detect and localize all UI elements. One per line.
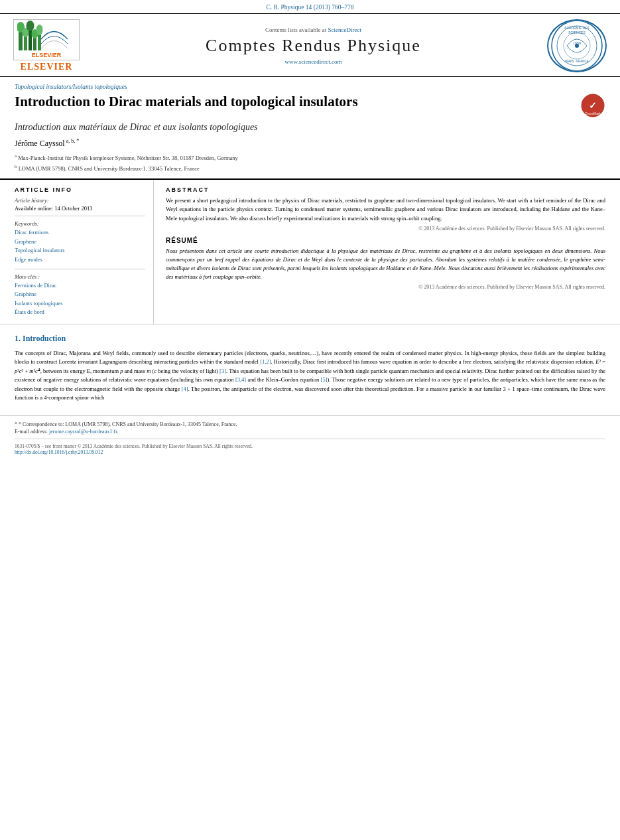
aff-sup-a: a: [15, 153, 17, 159]
svg-point-19: [575, 44, 579, 48]
footer-divider: [15, 439, 605, 439]
aff-text-b: LOMA (UMR 5798), CNRS and University Bor…: [19, 165, 200, 171]
kw-3[interactable]: Topological insulators: [15, 246, 145, 255]
mc-3[interactable]: Isolants topologiques: [15, 299, 145, 309]
ref-4[interactable]: [4]: [182, 385, 188, 392]
elsevier-text-label: ELSEVIER: [21, 62, 73, 72]
resume-text: Nous présentons dans cet article une cou…: [166, 247, 605, 282]
section-label: Topological insulators/Isolants topologi…: [15, 84, 605, 90]
article-title-row: Introduction to Dirac materials and topo…: [15, 93, 605, 118]
mots-cles-label: Mots-clés :: [15, 273, 145, 280]
article-section: Topological insulators/Isolants topologi…: [0, 77, 620, 180]
article-info-heading: ARTICLE INFO: [15, 186, 145, 193]
svg-text:✓: ✓: [589, 100, 597, 111]
academy-logo: ACADÉMIE DES SCIENCES PARIS · FRANCE 166…: [547, 19, 607, 72]
ref-1-2[interactable]: [1,2]: [260, 358, 271, 365]
page-footer: * * Correspondence to: LOMA (UMR 5798), …: [0, 415, 620, 459]
crossmark-icon: ✓ CrossMark: [581, 94, 605, 117]
elsevier-tree-icon: ELSEVIER: [17, 21, 76, 59]
article-title: Introduction to Dirac materials and topo…: [15, 93, 358, 110]
mc-4[interactable]: États de bord: [15, 308, 145, 317]
academy-emblem-icon: ACADÉMIE DES SCIENCES PARIS · FRANCE 166…: [550, 19, 603, 72]
email-link[interactable]: jerome.cayssol@u-bordeaux1.fr: [49, 429, 117, 435]
keywords-label: Keywords:: [15, 220, 145, 227]
footer-license: 1631-0705/$ – see front matter © 2013 Ac…: [15, 443, 605, 449]
elsevier-logo: ELSEVIER ELSEVIER: [13, 19, 80, 72]
resume-heading: RÉSUMÉ: [166, 237, 605, 244]
correspondence-note: * * Correspondence to: LOMA (UMR 5798), …: [15, 421, 605, 427]
crossmark[interactable]: ✓ CrossMark: [580, 93, 605, 118]
article-subtitle: Introduction aux matériaux de Dirac et a…: [15, 122, 605, 133]
journal-header: ELSEVIER ELSEVIER Contents lists availab…: [0, 13, 620, 77]
journal-title: Comptes Rendus Physique: [80, 36, 547, 56]
kw-2[interactable]: Graphene: [15, 238, 145, 247]
two-col-section: ARTICLE INFO Article history: Available …: [0, 180, 620, 324]
resume-copyright: © 2013 Académie des sciences. Published …: [166, 284, 605, 290]
main-content: 1. Introduction The concepts of Dirac, M…: [0, 324, 620, 409]
affiliation-b: b LOMA (UMR 5798), CNRS and University B…: [15, 163, 605, 173]
affiliations: a Max-Planck-Institut für Physik komplex…: [15, 153, 605, 173]
svg-text:ACADÉMIE DES: ACADÉMIE DES: [564, 26, 589, 30]
doi-link[interactable]: http://dx.doi.org/10.1016/j.crhy.2013.09…: [15, 449, 103, 455]
ref-3[interactable]: [3]: [219, 368, 226, 374]
svg-point-9: [36, 25, 43, 35]
abstract-copyright: © 2013 Académie des sciences. Published …: [166, 226, 605, 232]
journal-url[interactable]: www.sciencedirect.com: [80, 58, 547, 65]
section-1-text: The concepts of Dirac, Majorana and Weyl…: [15, 349, 605, 403]
authors: Jérôme Cayssol a, b, *: [15, 138, 605, 149]
divider-1: [15, 216, 145, 216]
abstract-text: We present a short pedagogical introduct…: [166, 196, 605, 223]
history-label: Article history:: [15, 197, 145, 204]
email-note: E-mail address: jerome.cayssol@u-bordeau…: [15, 429, 605, 435]
section-1-heading: 1. Introduction: [15, 334, 605, 344]
keywords-list: Dirac fermions Graphene Topological insu…: [15, 228, 145, 264]
author-name: Jérôme Cayssol: [15, 139, 65, 148]
abstract-column: ABSTRACT We present a short pedagogical …: [154, 180, 605, 324]
aff-text-a: Max-Planck-Institut für Physik komplexer…: [18, 155, 238, 161]
svg-text:PARIS · FRANCE: PARIS · FRANCE: [565, 60, 588, 63]
svg-point-7: [27, 21, 34, 31]
journal-citation: C. R. Physique 14 (2013) 760–778: [266, 4, 353, 11]
abstract-heading: ABSTRACT: [166, 186, 605, 193]
sciencedirect-link[interactable]: ScienceDirect: [328, 27, 361, 33]
kw-4[interactable]: Edge modes: [15, 255, 145, 265]
mots-cles-list: Fermions de Dirac Graphène Isolants topo…: [15, 281, 145, 317]
svg-text:CrossMark: CrossMark: [585, 111, 601, 115]
elsevier-logo-box: ELSEVIER: [13, 19, 80, 60]
footer-doi[interactable]: http://dx.doi.org/10.1016/j.crhy.2013.09…: [15, 449, 605, 455]
available-online: Available online: 14 October 2013: [15, 205, 145, 212]
mc-2[interactable]: Graphène: [15, 290, 145, 299]
ref-3-4[interactable]: [3,4]: [235, 376, 246, 383]
divider-2: [15, 269, 145, 269]
ref-5[interactable]: [5]: [321, 376, 328, 383]
kw-1[interactable]: Dirac fermions: [15, 228, 145, 238]
contents-line: Contents lists available at ScienceDirec…: [80, 27, 547, 33]
aff-sup-b: b: [15, 164, 17, 169]
author-sup: a, b, *: [65, 138, 80, 144]
svg-text:ELSEVIER: ELSEVIER: [32, 52, 62, 58]
journal-header-center: Contents lists available at ScienceDirec…: [80, 27, 547, 65]
article-info-column: ARTICLE INFO Article history: Available …: [15, 180, 154, 324]
mc-1[interactable]: Fermions de Dirac: [15, 281, 145, 291]
affiliation-a: a Max-Planck-Institut für Physik komplex…: [15, 153, 605, 163]
top-bar: C. R. Physique 14 (2013) 760–778: [0, 0, 620, 13]
